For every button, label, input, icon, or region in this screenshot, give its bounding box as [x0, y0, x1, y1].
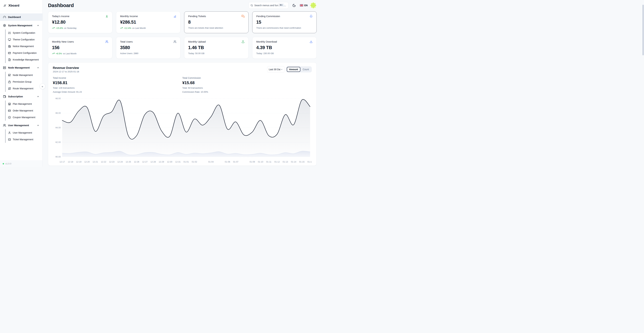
- section-label: Subscription: [8, 95, 23, 98]
- dark-mode-toggle[interactable]: [291, 2, 298, 9]
- date-range-select[interactable]: Last 30 Days: [267, 66, 284, 72]
- sidebar-nav: Dashboard System Management System Confi…: [0, 11, 42, 161]
- svg-text:01-04: 01-04: [208, 161, 214, 163]
- chevron-up-icon: [37, 95, 40, 98]
- moon-icon: [292, 4, 296, 7]
- sidebar-item-label: Knowledge Management: [13, 58, 39, 61]
- trend-value: +8.5%: [56, 52, 62, 55]
- sidebar-item-order-management[interactable]: Order Management: [6, 107, 42, 114]
- collapse-chevrons: «: [42, 85, 43, 88]
- revenue-date-range: 2024-12-17 to 2025-01-16: [53, 70, 79, 73]
- card-value: 8: [188, 19, 244, 25]
- shortcut-badge: ⌘K: [278, 3, 284, 7]
- users-icon: [174, 40, 176, 43]
- card-label: Monthly Income: [120, 15, 138, 17]
- sidebar-item-system-configuration[interactable]: System Configuration: [6, 29, 42, 36]
- trending-up-icon: [52, 27, 55, 29]
- sidebar-item-ticket-management[interactable]: Ticket Management: [6, 136, 42, 143]
- app-title: Xboard: [8, 4, 19, 7]
- search-icon: [250, 4, 253, 7]
- svg-text:¥0.00: ¥0.00: [55, 156, 61, 158]
- card-pending-commission[interactable]: Pending Commission 15 There are commissi…: [252, 11, 317, 33]
- svg-text:12-22: 12-22: [101, 161, 106, 163]
- trend-value: +12.4%: [124, 27, 131, 29]
- card-trend: +15.8% vs Yesterday: [52, 27, 108, 29]
- sidebar-section-user-management[interactable]: User Management: [0, 122, 42, 129]
- sidebar-item-notice-management[interactable]: Notice Management: [6, 43, 42, 50]
- svg-text:01-09: 01-09: [250, 161, 255, 163]
- sidebar-item-route-management[interactable]: Route Management: [6, 85, 42, 92]
- card-monthly-new-users: Monthly New Users 156 +8.5% vs Last Mont…: [48, 37, 112, 59]
- wallet-icon: [3, 95, 6, 98]
- amount-tab[interactable]: Amount: [287, 67, 300, 72]
- svg-text:01-11: 01-11: [266, 161, 271, 163]
- svg-text:01-12: 01-12: [274, 161, 280, 163]
- svg-text:12-28: 12-28: [150, 161, 156, 163]
- sidebar-footer: v1.0.0: [0, 161, 42, 167]
- sidebar-item-label: System Configuration: [13, 31, 35, 34]
- sidebar-section-node-management[interactable]: Node Management: [0, 64, 42, 71]
- svg-text:12-17: 12-17: [60, 161, 65, 163]
- uk-flag-icon: [300, 4, 303, 6]
- sidebar-item-label: Order Management: [13, 109, 33, 112]
- section-label: System Management: [8, 24, 32, 27]
- svg-text:01-06: 01-06: [225, 161, 230, 163]
- language-switcher[interactable]: EN: [300, 4, 308, 7]
- total-income-transactions: Total: 128 transactions: [53, 87, 182, 89]
- avatar[interactable]: [310, 2, 317, 9]
- topbar: Dashboard ⌘K EN: [48, 2, 317, 9]
- gear-icon: [3, 24, 6, 27]
- sidebar-item-knowledge-management[interactable]: Knowledge Management: [6, 56, 42, 63]
- logo-slashes-icon: [3, 4, 6, 7]
- trend-value: +15.8%: [56, 27, 63, 29]
- sidebar-item-label: Notice Management: [13, 45, 34, 48]
- total-income-label: Total Income: [53, 77, 182, 79]
- svg-text:12-30: 12-30: [167, 161, 172, 163]
- sidebar-item-label: Route Management: [13, 87, 33, 90]
- download-icon: [310, 40, 312, 43]
- svg-text:01-10: 01-10: [258, 161, 263, 163]
- file-text-icon: [8, 58, 11, 61]
- card-label: Today's Income: [52, 15, 70, 17]
- revenue-area-chart: ¥0.00¥2.00¥4.00¥6.00¥8.0012-1712-1812-19…: [53, 96, 312, 164]
- svg-text:12-31: 12-31: [175, 161, 180, 163]
- sidebar-item-dashboard[interactable]: Dashboard: [0, 13, 42, 21]
- card-value: 156: [52, 45, 108, 50]
- card-pending-tickets[interactable]: Pending Tickets 8 There are tickets that…: [184, 11, 248, 33]
- chevron-up-icon: [37, 66, 40, 69]
- sidebar-item-coupon-management[interactable]: Coupon Management: [6, 114, 42, 121]
- sidebar-section-subscription[interactable]: Subscription: [0, 93, 42, 100]
- sidebar-item-plan-management[interactable]: Plan Management: [6, 101, 42, 107]
- svg-text:12-29: 12-29: [159, 161, 164, 163]
- sidebar-item-permission-group[interactable]: Permission Group: [6, 78, 42, 85]
- svg-text:¥4.00: ¥4.00: [55, 126, 61, 129]
- sidebar-item-payment-configuration[interactable]: Payment Configuration: [6, 50, 42, 56]
- revenue-totals: Total Income ¥156.81 Total: 128 transact…: [53, 77, 312, 93]
- card-monthly-income: Monthly Income ¥286.51 +12.4% vs Last Mo…: [116, 11, 180, 33]
- sidebar-item-node-management[interactable]: Node Management: [6, 72, 42, 78]
- card-value: 15: [256, 19, 312, 25]
- sidebar-collapse-button[interactable]: «: [40, 83, 45, 89]
- metric-toggle: Amount Count: [286, 66, 312, 72]
- svg-text:01-15: 01-15: [299, 161, 304, 163]
- total-commission-label: Total Commission: [182, 77, 312, 79]
- count-tab[interactable]: Count: [300, 67, 311, 72]
- chevron-up-icon: [37, 124, 40, 127]
- commission-rate: Commission Rate: 10.00%: [182, 91, 312, 93]
- upload-icon: [242, 40, 244, 43]
- total-income-block: Total Income ¥156.81 Total: 128 transact…: [53, 77, 182, 93]
- total-income-value: ¥156.81: [53, 80, 182, 85]
- section-children: User Management Ticket Management: [5, 129, 42, 143]
- svg-text:¥2.00: ¥2.00: [55, 141, 61, 143]
- card-subtitle: Today: 150.00 GB: [256, 52, 312, 55]
- revenue-controls: Last 30 Days Amount Count: [267, 66, 312, 72]
- revenue-chart-container: ¥0.00¥2.00¥4.00¥6.00¥8.0012-1712-1812-19…: [53, 96, 312, 164]
- trending-up-icon: [120, 27, 123, 29]
- card-monthly-download: Monthly Download 4.39 TB Today: 150.00 G…: [252, 37, 317, 59]
- sidebar-section-system-management[interactable]: System Management: [0, 22, 42, 29]
- sidebar-item-user-management[interactable]: User Management: [6, 129, 42, 136]
- card-total-users: Total Users 3580 Active Users: 2860: [116, 37, 180, 59]
- sidebar-item-label: Dashboard: [8, 16, 21, 18]
- svg-text:12-25: 12-25: [126, 161, 131, 163]
- sidebar-item-theme-configuration[interactable]: Theme Configuration: [6, 36, 42, 43]
